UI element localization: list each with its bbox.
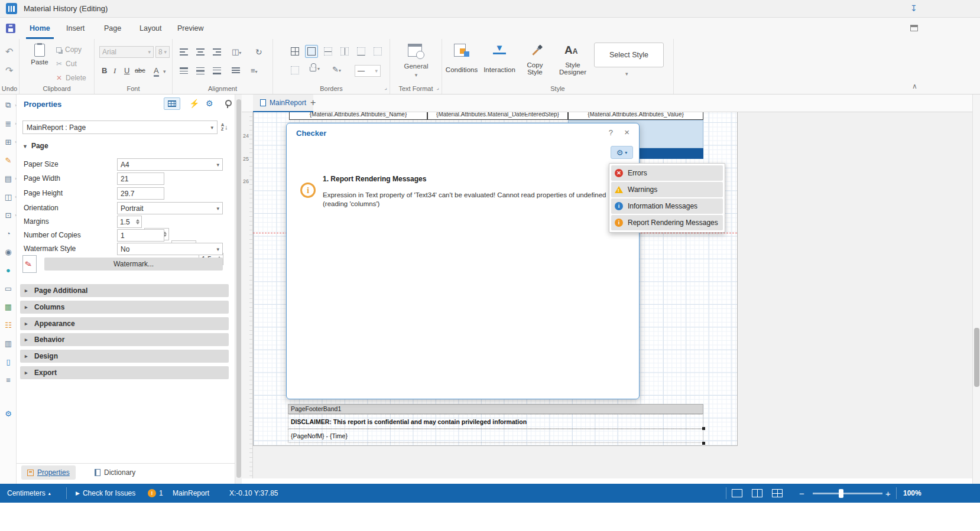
menu-item-information-messages[interactable]: i Information Messages xyxy=(611,198,723,214)
toolbox-gauge-icon[interactable]: ◔ xyxy=(0,227,17,239)
toolbox-cross-bands-icon[interactable]: ⊞› xyxy=(0,136,17,148)
watermark-style-select[interactable]: No▾ xyxy=(117,243,223,255)
tab-home[interactable]: Home xyxy=(26,18,54,39)
inside-vertical-border-button[interactable] xyxy=(338,45,351,58)
font-family-select[interactable]: Arial▾ xyxy=(99,46,154,58)
data-cell[interactable]: {Material.Attributes.Attributes_Name} xyxy=(289,112,427,120)
issue-count[interactable]: ! 1 xyxy=(148,484,163,503)
toolbox-map-icon[interactable]: ● xyxy=(0,264,17,276)
data-cell[interactable]: {Material.Attributes.Material_DateEntere… xyxy=(427,112,568,120)
page-number-text-cell[interactable]: {PageNofM} - {Time} xyxy=(288,429,703,443)
menu-item-report-rendering-messages[interactable]: i Report Rendering Messages xyxy=(611,215,723,230)
close-icon[interactable]: × xyxy=(624,127,629,137)
section-design[interactable]: ▸Design xyxy=(20,350,229,363)
scrollbar-thumb[interactable] xyxy=(236,99,241,478)
align-bottom-icon[interactable] xyxy=(213,67,222,74)
section-behavior[interactable]: ▸Behavior xyxy=(20,333,229,346)
align-center-icon[interactable] xyxy=(196,48,205,56)
save-icon[interactable] xyxy=(6,24,15,33)
properties-scrollbar[interactable] xyxy=(235,95,242,484)
gear-icon[interactable]: ⚙ xyxy=(206,99,213,108)
copy-style-button[interactable]: Copy Style xyxy=(522,61,548,76)
zoom-slider[interactable] xyxy=(813,493,882,494)
margin-left-stepper[interactable] xyxy=(117,216,142,228)
collapse-ribbon-icon[interactable]: ∧ xyxy=(912,82,917,90)
align-right-icon[interactable] xyxy=(213,48,222,56)
tab-dictionary[interactable]: Dictionary xyxy=(89,465,141,480)
chevron-down-icon[interactable]: ▾ xyxy=(163,69,166,74)
toolbox-report-pages-icon[interactable]: ⧉› xyxy=(0,99,17,111)
toolbox-note-icon[interactable]: ▭ xyxy=(0,282,17,294)
menu-item-errors[interactable]: ✕ Errors xyxy=(611,165,723,181)
download-icon[interactable]: ↧ xyxy=(910,4,917,13)
section-page-additional[interactable]: ▸Page Additional xyxy=(20,284,229,297)
align-middle-icon[interactable] xyxy=(196,67,205,74)
align-left-icon[interactable] xyxy=(180,48,189,56)
section-columns[interactable]: ▸Columns xyxy=(20,301,229,314)
copy-button[interactable]: Copy xyxy=(56,45,82,54)
menu-item-warnings[interactable]: ! Warnings xyxy=(611,182,723,197)
line-spacing-icon[interactable]: ≡▾ xyxy=(251,66,258,75)
align-top-icon[interactable] xyxy=(180,67,189,74)
italic-button[interactable]: I xyxy=(113,66,116,76)
section-page-header[interactable]: ▼Page xyxy=(22,142,48,150)
tab-properties[interactable]: Properties xyxy=(21,465,76,480)
font-size-select[interactable]: 8▾ xyxy=(155,46,170,58)
tab-preview[interactable]: Preview xyxy=(174,18,207,39)
undo-icon[interactable]: ↶ xyxy=(5,46,13,57)
view-continuous-icon[interactable] xyxy=(752,484,762,503)
outside-borders-button[interactable] xyxy=(305,45,318,58)
paper-size-select[interactable]: A4▾ xyxy=(117,158,223,171)
property-grid-button[interactable] xyxy=(164,97,180,110)
chevron-down-icon[interactable]: ▾ xyxy=(390,72,442,78)
section-appearance[interactable]: ▸Appearance xyxy=(20,317,229,330)
page-width-input[interactable] xyxy=(117,172,164,185)
view-single-icon[interactable] xyxy=(732,484,742,503)
font-color-button[interactable]: A xyxy=(154,66,159,77)
no-borders-button[interactable] xyxy=(371,45,384,58)
strikethrough-button[interactable]: abc xyxy=(135,67,145,74)
toolbox-barcode-icon[interactable]: ☷ xyxy=(0,319,17,331)
design-surface[interactable]: 24 25 26 {Material.Attributes.Attributes… xyxy=(242,112,972,478)
page-height-input[interactable] xyxy=(117,187,164,200)
bold-button[interactable]: B xyxy=(102,66,107,75)
chevron-down-icon[interactable]: ▾ xyxy=(625,71,628,77)
orientation-select[interactable]: Portrait▾ xyxy=(117,202,223,214)
all-borders-button[interactable] xyxy=(288,45,301,58)
conditions-button[interactable]: Conditions xyxy=(443,66,480,73)
toolbox-rectangle-icon[interactable]: ▯ xyxy=(0,356,17,367)
style-designer-button[interactable]: Style Designer xyxy=(556,61,589,76)
toolbox-text-box-icon[interactable]: ⊡› xyxy=(0,209,17,221)
toolbox-settings-icon[interactable]: ⚙ xyxy=(0,408,17,419)
disclaimer-text-cell[interactable]: DISCLAIMER: This report is confidential … xyxy=(288,414,703,429)
rotate-text-icon[interactable]: ↻ xyxy=(255,47,262,57)
data-cell[interactable]: {Material.Attributes.Attributes_Value} xyxy=(568,112,703,120)
page-footer-band[interactable]: PageFooterBand1 xyxy=(288,404,703,414)
zoom-in-button[interactable]: + xyxy=(885,484,891,503)
zoom-out-button[interactable]: − xyxy=(799,484,804,503)
border-style-button[interactable] xyxy=(288,64,301,77)
sort-az-icon[interactable]: AZ↓ xyxy=(221,121,233,133)
events-lightning-icon[interactable]: ⚡ xyxy=(189,99,199,108)
pin-icon[interactable] xyxy=(225,100,231,108)
help-icon[interactable]: ? xyxy=(609,128,613,137)
tab-page[interactable]: Page xyxy=(100,18,125,39)
delete-button[interactable]: ✕ Delete xyxy=(56,74,86,82)
general-format-button[interactable]: General xyxy=(390,63,442,70)
tab-mainreport[interactable]: MainReport xyxy=(253,95,313,112)
toolbox-chart-icon[interactable]: ◉ xyxy=(0,246,17,258)
toolbox-components-icon[interactable]: ▤› xyxy=(0,172,17,184)
zoom-level[interactable]: 100% xyxy=(903,484,921,503)
section-export[interactable]: ▸Export xyxy=(20,366,229,379)
watermark-button[interactable]: Watermark... xyxy=(44,258,223,271)
fill-color-button[interactable]: ▾ xyxy=(310,66,320,71)
add-page-button[interactable]: + xyxy=(310,97,316,108)
checker-filter-button[interactable]: ⚙ ▾ xyxy=(611,146,633,159)
paste-button[interactable]: Paste xyxy=(28,44,51,66)
border-color-button[interactable]: ✎▾ xyxy=(332,65,341,74)
selection-handle[interactable] xyxy=(702,442,705,445)
justify-icon[interactable] xyxy=(232,67,241,74)
inside-horizontal-border-button[interactable] xyxy=(322,45,335,58)
tab-layout[interactable]: Layout xyxy=(136,18,166,39)
select-style-button[interactable]: Select Style xyxy=(594,43,664,67)
